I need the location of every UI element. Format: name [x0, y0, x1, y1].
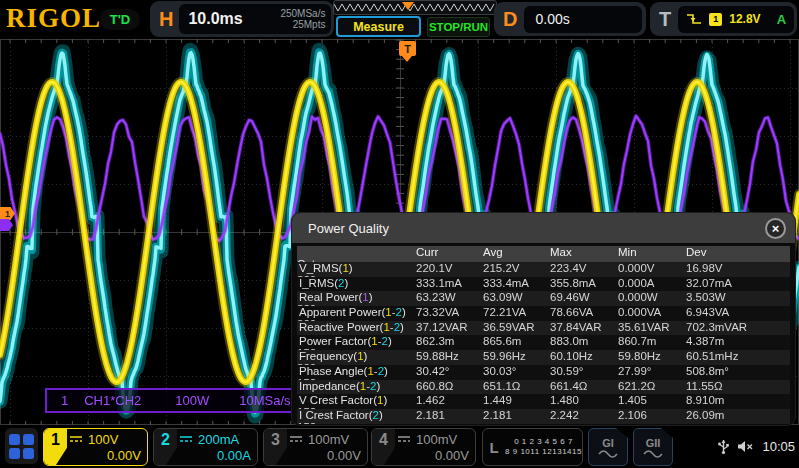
power-quality-dialog: Power Quality × Curr Avg Max Min Dev Cnt…: [292, 213, 795, 425]
delay-label: D: [494, 8, 524, 31]
channel4-offset: 0.00V: [397, 448, 469, 463]
dialog-title-bar: Power Quality ×: [292, 213, 795, 243]
timebase-value: 10.0ms: [188, 10, 242, 28]
pq-table-body: V_RMS(1)220.1V215.2V223.4V0.000V16.98V32…: [297, 262, 790, 424]
delay-value: 0.00s: [524, 6, 642, 33]
speaker-muted-icon: [737, 440, 754, 453]
memory-waveform-preview: [334, 1, 496, 14]
channel1-scale: 100V: [88, 432, 118, 447]
channel3-scale: 100mV: [308, 432, 349, 447]
oscilloscope-screen: RIGOL T'D H 10.0ms 250MSa/s 25Mpts Measu…: [0, 0, 799, 468]
pq-row: Real Power(1)63.23W63.09W69.46W0.000W3.5…: [297, 291, 790, 306]
bottom-bar: 1 100V 0.00V 2 200mA 0.00A 3: [0, 425, 799, 468]
trigger-label: T: [650, 8, 678, 31]
generator2-box[interactable]: GII: [633, 428, 673, 466]
memory-position-strip[interactable]: [333, 0, 497, 15]
dc-coupling-icon: [69, 435, 83, 443]
logic-row-2: 8 9 1011 12131415: [505, 447, 582, 457]
pq-row: V Crest Factor(1)1.4621.4491.4801.4058.9…: [297, 394, 790, 409]
pq-row: Frequency(1)59.88Hz59.96Hz60.10Hz59.80Hz…: [297, 350, 790, 365]
sine-wave-icon: [643, 449, 663, 458]
trigger-mode: A: [777, 12, 786, 27]
channel3-offset: 0.00V: [289, 448, 361, 463]
pq-col-dev: Dev: [686, 246, 790, 258]
math-scale: 100W: [175, 393, 209, 408]
channel2-scale: 200mA: [198, 432, 239, 447]
trigger-display: 1 12.8V A: [678, 6, 794, 33]
channel4-number: 4: [372, 429, 395, 465]
channel1-box[interactable]: 1 100V 0.00V: [43, 428, 148, 466]
measure-button[interactable]: Measure: [336, 16, 421, 37]
generator1-box[interactable]: GI: [588, 428, 628, 466]
generator1-label: GI: [602, 437, 614, 449]
delay-block[interactable]: D 0.00s: [494, 2, 646, 36]
horizontal-block[interactable]: H 10.0ms 250MSa/s 25Mpts: [150, 1, 334, 37]
trigger-block[interactable]: T 1 12.8V A: [650, 2, 797, 36]
logic-digit-rows: 0 1 2 3 4 5 6 7 8 9 1011 12131415: [505, 437, 582, 457]
channel1-offset: 0.00V: [69, 448, 141, 463]
math-sample-rate: 10MSa/s: [239, 393, 290, 408]
pq-col-min: Min: [618, 246, 686, 258]
trigger-position-flag[interactable]: T: [399, 41, 416, 63]
dc-coupling-icon: [179, 435, 193, 443]
pq-row: Phase Angle(1-2)30.42°30.03°30.59°27.99°…: [297, 365, 790, 380]
logic-label: L: [483, 439, 505, 456]
clock-time: 10:05: [762, 439, 795, 454]
trigger-status-badge: T'D: [100, 9, 140, 30]
falling-edge-icon: [686, 13, 702, 25]
memory-depth: 25Mpts: [293, 19, 326, 30]
logic-channels-box[interactable]: L 0 1 2 3 4 5 6 7 8 9 1011 12131415: [482, 428, 583, 466]
channel4-scale: 100mV: [416, 432, 457, 447]
menu-grid-icon[interactable]: [5, 428, 38, 464]
trigger-position-strip-marker: [402, 2, 414, 10]
stop-run-button[interactable]: STOP/RUN: [427, 17, 490, 37]
pq-row: Power Factor(1-2)862.3m865.6m883.0m860.7…: [297, 335, 790, 350]
sine-wave-icon: [598, 449, 618, 458]
channel3-number: 3: [264, 429, 287, 465]
pq-col-curr: Curr: [416, 246, 483, 258]
channel2-offset: 0.00A: [179, 448, 251, 463]
channel2-box[interactable]: 2 200mA 0.00A: [153, 428, 258, 466]
channel4-box[interactable]: 4 100mV 0.00V: [371, 428, 476, 466]
dialog-title: Power Quality: [292, 221, 389, 236]
usb-icon: [718, 438, 729, 455]
dc-coupling-icon: [397, 435, 411, 443]
acquisition-info: 250MSa/s 25Mpts: [280, 8, 325, 30]
horizontal-label: H: [150, 8, 179, 31]
pq-col-max: Max: [550, 246, 618, 258]
pq-row: V_RMS(1)220.1V215.2V223.4V0.000V16.98V32…: [297, 262, 790, 277]
pq-row: I_RMS(2)333.1mA333.4mA355.8mA0.000A32.07…: [297, 277, 790, 292]
generator2-label: GII: [646, 437, 661, 449]
pq-row: Reactive Power(1-2)37.12VAR36.59VAR37.84…: [297, 321, 790, 336]
channel1-number: 1: [44, 429, 67, 465]
channel3-box[interactable]: 3 100mV 0.00V: [263, 428, 368, 466]
logic-row-1: 0 1 2 3 4 5 6 7: [505, 437, 582, 447]
pq-col-avg: Avg: [483, 246, 550, 258]
close-icon[interactable]: ×: [765, 218, 786, 239]
pq-row: Impedance(1-2)660.8Ω651.1Ω661.4Ω621.2Ω11…: [297, 380, 790, 395]
pq-row: Apparent Power(1-2)73.32VA72.21VA78.66VA…: [297, 306, 790, 321]
rigol-logo: RIGOL: [6, 3, 101, 34]
pq-header-row: Curr Avg Max Min Dev Cnt: [297, 246, 790, 262]
trigger-level-value: 12.8V: [729, 12, 760, 26]
math-expression: CH1*CH2: [84, 393, 141, 408]
pq-row: I Crest Factor(2)2.1812.1812.2422.10626.…: [297, 409, 790, 424]
timebase-display: 10.0ms 250MSa/s 25Mpts: [179, 4, 331, 34]
math-number: 1: [61, 393, 68, 408]
trigger-flag-tail: [402, 56, 412, 62]
math-channel-label[interactable]: 1 CH1*CH2 100W 10MSa/s: [45, 388, 294, 413]
status-area: 10:05: [718, 425, 795, 468]
dc-coupling-icon: [289, 435, 303, 443]
sample-rate: 250MSa/s: [280, 8, 325, 19]
channel2-number: 2: [154, 429, 177, 465]
trigger-source-badge: 1: [709, 13, 722, 26]
top-bar: RIGOL T'D H 10.0ms 250MSa/s 25Mpts Measu…: [0, 0, 799, 39]
pq-table: Curr Avg Max Min Dev Cnt V_RMS(1)220.1V2…: [297, 246, 790, 424]
